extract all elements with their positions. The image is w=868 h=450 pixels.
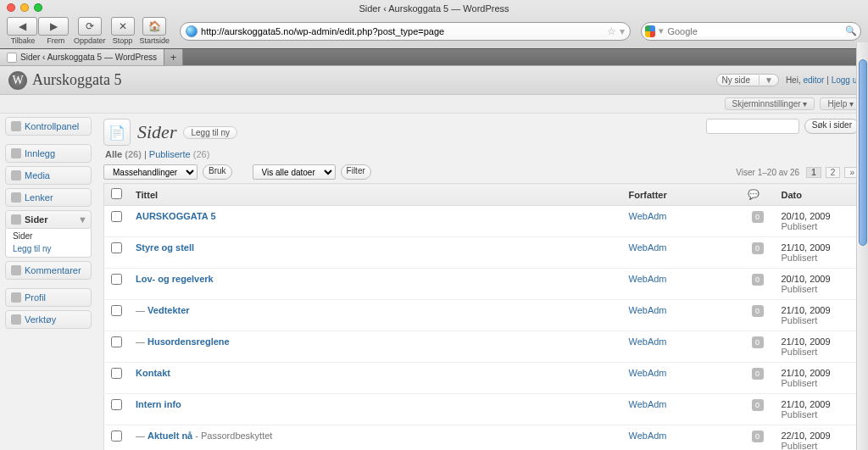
new-page-dropdown[interactable]: Ny side ▼	[716, 74, 779, 86]
row-checkbox[interactable]	[111, 368, 122, 379]
sidebar-item-links[interactable]: Lenker	[5, 188, 92, 207]
back-button[interactable]: ◀	[7, 17, 37, 36]
url-input[interactable]	[201, 26, 604, 36]
pages-hero-icon: 📄	[103, 119, 131, 146]
forward-button[interactable]: ▶	[38, 17, 69, 36]
screen-options-toggle[interactable]: Skjerminnstillinger ▾	[725, 97, 815, 110]
sidebar-item-profile[interactable]: Profil	[5, 288, 92, 307]
author-link[interactable]: WebAdm	[629, 431, 667, 441]
page-link[interactable]: AURSKOGGATA 5	[136, 211, 216, 221]
author-link[interactable]: WebAdm	[629, 399, 667, 409]
stop-label: Stopp	[113, 36, 133, 45]
dropdown-icon[interactable]: ▼	[759, 75, 773, 85]
browser-tab[interactable]: Sider ‹ Aurskoggata 5 — WordPress	[0, 49, 164, 65]
col-comments[interactable]: 💬	[741, 184, 775, 206]
page-link[interactable]: Intern info	[136, 399, 181, 409]
chevron-down-icon[interactable]: ▼	[78, 214, 87, 225]
comment-count-badge[interactable]: 0	[752, 242, 764, 254]
close-window-icon[interactable]	[7, 3, 15, 12]
sidebar-sub-newpage[interactable]: Legg til ny	[6, 242, 91, 255]
page-link[interactable]: Lov- og regelverk	[136, 274, 214, 284]
select-all-checkbox[interactable]	[111, 188, 122, 199]
comment-count-badge[interactable]: 0	[752, 399, 764, 411]
site-favicon-icon	[186, 25, 198, 37]
zoom-window-icon[interactable]	[34, 3, 42, 12]
sidebar-item-comments[interactable]: Kommentarer	[5, 261, 92, 280]
back-label: Tilbake	[11, 36, 36, 45]
add-new-button[interactable]: Legg til ny	[183, 126, 237, 139]
comment-count-badge[interactable]: 0	[752, 274, 764, 286]
bulk-actions-select[interactable]: Massehandlinger	[103, 164, 198, 180]
page-2[interactable]: 2	[826, 167, 841, 178]
comments-icon	[11, 265, 21, 275]
bookmark-star-icon[interactable]: ☆	[607, 25, 616, 37]
sidebar-item-media[interactable]: Media	[5, 166, 92, 185]
row-checkbox[interactable]	[111, 242, 122, 253]
pages-search-button[interactable]: Søk i sider	[804, 119, 860, 134]
wp-admin-header: W Aurskoggata 5 Ny side ▼ Hei, editor | …	[0, 66, 868, 95]
row-checkbox[interactable]	[111, 431, 122, 442]
stop-button[interactable]: ✕	[111, 17, 135, 36]
logout-link[interactable]: Logg ut	[832, 75, 860, 85]
site-title[interactable]: Aurskoggata 5	[32, 71, 121, 89]
sidebar-item-tools[interactable]: Verktøy	[5, 310, 92, 329]
comment-count-badge[interactable]: 0	[752, 336, 764, 348]
page-link[interactable]: Kontakt	[136, 368, 170, 378]
sidebar-item-dashboard[interactable]: Kontrollpanel	[5, 117, 92, 136]
comment-count-badge[interactable]: 0	[752, 211, 764, 223]
pages-table: Tittel Forfatter 💬 Dato AURSKOGGATA 5Web…	[103, 183, 860, 450]
url-dropdown-icon[interactable]: ▾	[620, 25, 625, 37]
google-icon	[645, 25, 655, 37]
filter-all[interactable]: Alle (26)	[105, 149, 142, 159]
sidebar-sub-pages[interactable]: Sider	[6, 230, 91, 242]
scrollbar-thumb[interactable]	[859, 59, 867, 246]
page-link[interactable]: Husordensreglene	[147, 336, 230, 347]
help-toggle[interactable]: Hjelp ▾	[820, 97, 861, 110]
home-button[interactable]: 🏠	[142, 17, 166, 36]
address-bar[interactable]: ☆ ▾	[180, 22, 631, 41]
col-author[interactable]: Forfatter	[622, 184, 741, 206]
row-author: WebAdm	[622, 425, 741, 451]
author-link[interactable]: WebAdm	[629, 211, 667, 221]
page-link[interactable]: Styre og stell	[136, 242, 194, 253]
minimize-window-icon[interactable]	[20, 3, 29, 12]
apply-button[interactable]: Bruk	[203, 164, 232, 180]
author-link[interactable]: WebAdm	[629, 368, 667, 378]
scrollbar-track[interactable]	[856, 42, 868, 450]
row-comments: 0	[741, 206, 775, 237]
browser-search-input[interactable]	[667, 26, 845, 36]
author-link[interactable]: WebAdm	[629, 305, 667, 315]
row-checkbox[interactable]	[111, 274, 122, 285]
reload-button[interactable]: ⟳	[78, 17, 102, 36]
row-author: WebAdm	[622, 269, 741, 300]
row-checkbox[interactable]	[111, 211, 122, 222]
table-row: — VedtekterWebAdm021/10, 2009Publisert	[104, 300, 860, 331]
sidebar-item-pages[interactable]: Sider▼	[5, 210, 92, 229]
row-checkbox[interactable]	[111, 399, 122, 410]
pages-search-input[interactable]	[706, 119, 799, 134]
page-link[interactable]: Vedtekter	[147, 305, 190, 315]
author-link[interactable]: WebAdm	[629, 274, 667, 284]
page-1[interactable]: 1	[806, 167, 821, 178]
comment-count-badge[interactable]: 0	[752, 368, 764, 380]
comment-count-badge[interactable]: 0	[752, 431, 764, 442]
sidebar-item-posts[interactable]: Innlegg	[5, 144, 92, 163]
search-icon[interactable]: 🔍	[845, 25, 857, 36]
user-link[interactable]: editor	[803, 75, 824, 85]
row-checkbox[interactable]	[111, 305, 122, 316]
comment-count-badge[interactable]: 0	[752, 305, 764, 317]
row-comments: 0	[741, 425, 775, 451]
date-filter-select[interactable]: Vis alle datoer	[253, 164, 336, 180]
tools-icon	[11, 314, 21, 325]
wordpress-logo-icon[interactable]: W	[8, 71, 27, 90]
col-title[interactable]: Tittel	[129, 184, 622, 206]
new-tab-button[interactable]: +	[164, 49, 183, 65]
page-link[interactable]: Aktuelt nå	[147, 431, 192, 441]
author-link[interactable]: WebAdm	[629, 336, 667, 347]
author-link[interactable]: WebAdm	[629, 242, 667, 253]
browser-search[interactable]: ▾ 🔍	[641, 22, 861, 41]
row-checkbox[interactable]	[111, 336, 122, 347]
filter-published[interactable]: Publiserte (26)	[149, 149, 210, 159]
filter-button[interactable]: Filter	[341, 164, 371, 180]
col-date[interactable]: Dato	[775, 184, 860, 206]
